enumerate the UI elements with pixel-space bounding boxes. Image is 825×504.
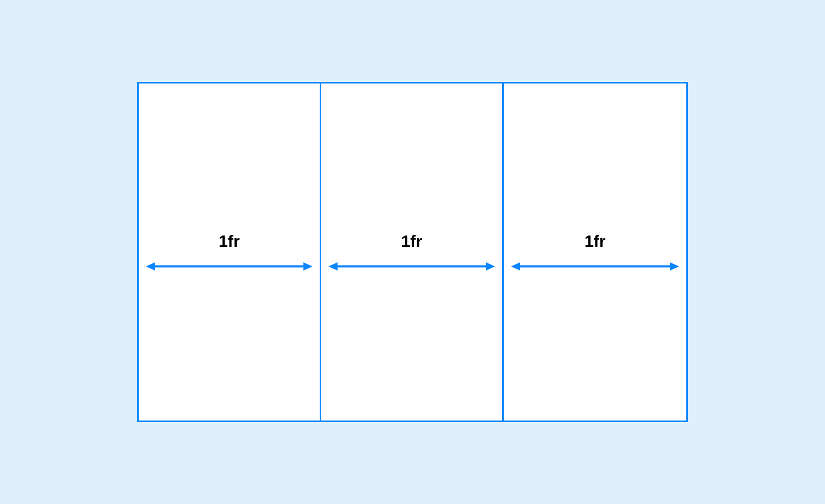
double-arrow-icon [146,260,312,273]
grid-diagram: 1fr 1fr 1fr [137,82,688,422]
double-arrow-icon [328,260,495,273]
svg-marker-5 [486,262,495,271]
arrow-container [139,260,320,273]
grid-column-3: 1fr [504,83,686,421]
column-label: 1fr [585,232,606,251]
svg-marker-1 [146,262,155,271]
svg-marker-2 [303,262,312,271]
svg-marker-8 [670,262,679,271]
grid-column-2: 1fr [321,83,504,421]
grid-column-1: 1fr [139,83,321,421]
column-label: 1fr [401,232,422,251]
column-label: 1fr [219,232,240,251]
svg-marker-4 [328,262,338,271]
arrow-container [321,260,502,273]
svg-marker-7 [511,262,520,271]
arrow-container [504,260,686,273]
double-arrow-icon [511,260,679,273]
